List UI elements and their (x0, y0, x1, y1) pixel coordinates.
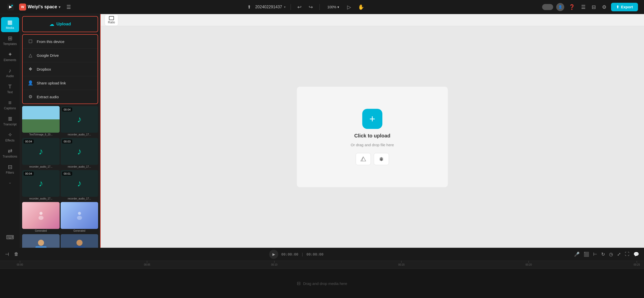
export-button[interactable]: ⬆ Export (611, 3, 638, 11)
media-duration-4: 00:03 (62, 139, 72, 143)
upload-share-link[interactable]: 👤 Share upload link (23, 76, 98, 90)
sidebar-item-effects[interactable]: ✧ Effects (1, 130, 19, 145)
divider2 (319, 4, 320, 10)
media-item-4[interactable]: ♪ 00:03 recorder_audio_17... (61, 138, 98, 169)
menu-icon[interactable]: ☰ (66, 4, 71, 10)
ruler-marks: 00:00 00:05 00:10 00:15 00:20 00:25 (4, 261, 640, 269)
media-item-3[interactable]: ♪ 00:04 recorder_audio_17... (22, 138, 60, 169)
fullscreen-button[interactable]: ⛶ (624, 251, 630, 258)
upload-extract-audio-label: Extract audio (37, 95, 59, 99)
sidebar-item-audio-label: Audio (6, 74, 14, 78)
settings-button[interactable]: ⚙ (600, 3, 608, 12)
sidebar-item-templates-label: Templates (3, 42, 17, 46)
timeline-center: ▶ 00:00:00 | 00:00:00 (269, 250, 323, 259)
sidebar-item-keyboard[interactable]: ⌨ (1, 232, 19, 243)
project-name[interactable]: 202402291437 ▾ (255, 5, 286, 9)
upload-dropbox[interactable]: ❖ Dropbox (23, 62, 98, 76)
hand-tool-button[interactable]: ✋ (356, 3, 366, 12)
svg-point-2 (39, 212, 43, 215)
undo-button[interactable]: ↩ (296, 3, 303, 12)
upload-zone-title: Click to upload (354, 133, 390, 139)
ruler-mark-0015: 00:15 (398, 261, 405, 266)
workspace-name[interactable]: W Weiyi's space ▾ (19, 4, 60, 11)
sidebar-item-filters[interactable]: ⊟ Filters (1, 162, 19, 177)
sidebar-item-audio[interactable]: ♪ Audio (1, 65, 19, 80)
expand-timeline-button[interactable]: ⤢ (616, 251, 622, 258)
avatar[interactable]: 👤 (556, 3, 564, 11)
share-link-icon: 👤 (28, 80, 33, 86)
drag-drop-hint: ⊟ Drag and drop media here (297, 281, 347, 286)
media-item-7[interactable]: Generated (22, 202, 60, 233)
filters-icon: ⊟ (8, 164, 12, 170)
upload-share-link-label: Share upload link (37, 81, 66, 85)
media-item-1[interactable]: TextToImage_6_20... (22, 106, 60, 137)
loop-button[interactable]: ↻ (600, 251, 606, 258)
upload-extract-audio[interactable]: ⚙ Extract audio (23, 90, 98, 104)
svg-rect-9 (74, 246, 85, 248)
audio-eq-button[interactable]: ⬛ (583, 251, 590, 258)
sidebar-item-text[interactable]: T Text (1, 81, 19, 96)
media-item-8[interactable]: Generated (61, 202, 98, 233)
media-duration-3: 00:04 (24, 139, 34, 143)
sidebar-item-transcript[interactable]: ≣ Transcript (1, 114, 19, 129)
zoom-chevron-icon: ▾ (337, 5, 339, 9)
media-thumb-1 (22, 106, 60, 133)
timeline-tracks[interactable]: ⊟ Drag and drop media here (0, 269, 644, 298)
zoom-button[interactable]: 100% ▾ (325, 4, 342, 11)
svg-point-3 (38, 216, 44, 220)
media-thumb-10 (61, 234, 98, 248)
svg-point-1 (11, 5, 13, 6)
upload-header[interactable]: ☁ Upload (22, 16, 98, 32)
delete-button[interactable]: 🗑 (13, 251, 20, 258)
share-button[interactable]: ☰ (580, 3, 587, 12)
music-note-icon: ♪ (77, 114, 82, 125)
export-icon: ⬆ (616, 5, 619, 9)
split-button[interactable]: ⊣ (4, 251, 10, 258)
dropbox-button[interactable] (374, 153, 389, 165)
media-item-9[interactable] (22, 234, 60, 248)
sidebar-item-captions[interactable]: ≡ Captions (1, 97, 19, 113)
captions-icon: ≡ (8, 100, 12, 106)
google-drive-icon: △ (28, 53, 33, 58)
canvas-toolbar: Ratio (101, 14, 644, 26)
sidebar-item-effects-label: Effects (5, 139, 14, 142)
layout-button[interactable]: ⊟ (590, 3, 597, 12)
mic-button[interactable]: 🎤 (573, 251, 581, 258)
media-item-6[interactable]: ♪ 00:01 recorder_audio_17... (61, 170, 98, 201)
ratio-button[interactable]: Ratio (105, 14, 118, 26)
media-thumb-7 (22, 202, 60, 229)
sidebar-item-captions-label: Captions (4, 107, 16, 110)
sidenav: ▦ Media ⊞ Templates ✦ Elements ♪ Audio T… (0, 14, 20, 248)
caption-button[interactable]: ⊢ (592, 251, 598, 258)
help-button[interactable]: ❓ (567, 3, 577, 12)
upload-zone: + Click to upload Or drag and drop file … (297, 87, 448, 187)
sidebar-item-media[interactable]: ▦ Media (1, 17, 19, 32)
play-button[interactable]: ▶ (269, 250, 278, 259)
upload-from-device-label: From this device (37, 39, 64, 44)
media-grid: TextToImage_6_20... ♪ 00:04 recorder_aud… (20, 104, 100, 248)
media-item-5[interactable]: ♪ 00:04 recorder_audio_17... (22, 170, 60, 201)
sidebar-item-elements[interactable]: ✦ Elements (1, 49, 19, 64)
music-note-icon-5: ♪ (39, 178, 43, 189)
upload-google-drive[interactable]: △ Google Drive (23, 48, 98, 62)
sidebar-item-transitions[interactable]: ⇄ Transitions (1, 146, 19, 161)
toggle-switch[interactable] (542, 4, 553, 10)
svg-point-4 (78, 212, 81, 215)
media-item-10[interactable] (61, 234, 98, 248)
media-label-3: recorder_audio_17... (22, 165, 60, 169)
sidebar-item-templates[interactable]: ⊞ Templates (1, 33, 19, 48)
redo-button[interactable]: ↪ (307, 3, 314, 12)
media-item-2[interactable]: ♪ 00:04 recorder_audio_17... (61, 106, 98, 137)
app-logo (6, 3, 15, 12)
google-drive-button[interactable] (356, 153, 371, 165)
pointer-tool-button[interactable]: ▷ (346, 3, 352, 12)
sidenav-expand[interactable]: ⌄ (6, 178, 14, 187)
comment-button[interactable]: 💬 (632, 251, 640, 258)
upload-plus-button[interactable]: + (362, 109, 382, 129)
canvas-area: Ratio + Click to upload Or drag and drop… (101, 14, 644, 248)
upload-from-device[interactable]: ☐ From this device (23, 35, 98, 48)
media-thumb-9 (22, 234, 60, 248)
media-label-7: Generated (22, 229, 60, 233)
speed-button[interactable]: ◷ (608, 251, 614, 258)
play-icon: ▶ (272, 252, 275, 256)
